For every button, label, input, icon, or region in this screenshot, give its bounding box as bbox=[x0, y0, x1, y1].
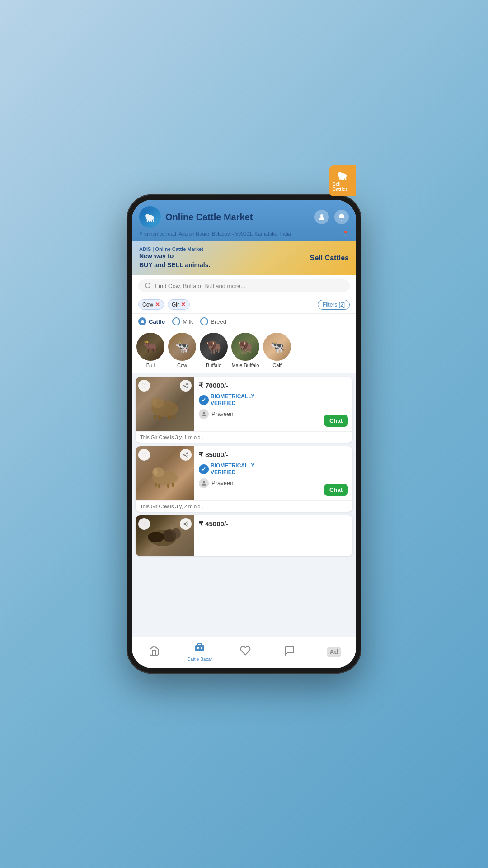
listing-card-3: ♡ ₹ 45000/- bbox=[136, 515, 352, 556]
svg-point-45 bbox=[187, 525, 188, 526]
share-button-1[interactable] bbox=[180, 380, 192, 392]
svg-rect-22 bbox=[168, 415, 171, 420]
svg-rect-47 bbox=[197, 647, 199, 649]
animal-cat-bull[interactable]: 🐂 Bull bbox=[136, 333, 164, 368]
animal-label-bull: Bull bbox=[146, 363, 155, 368]
search-bar bbox=[132, 275, 356, 297]
listings-scroll: Sell Cattles bbox=[132, 373, 356, 637]
listing-card-2: ♡ ₹ 85000/- ✓ bbox=[136, 446, 352, 512]
verified-icon-2: ✓ bbox=[199, 464, 209, 474]
chip-cow-label: Cow bbox=[142, 302, 153, 308]
nav-home[interactable] bbox=[143, 645, 165, 659]
price-3: ₹ 45000/- bbox=[199, 520, 348, 528]
svg-point-35 bbox=[187, 453, 188, 454]
animal-label-cow: Cow bbox=[177, 363, 187, 368]
app-logo[interactable] bbox=[139, 206, 161, 228]
notification-icon[interactable] bbox=[334, 210, 349, 224]
location-bar[interactable]: ∨ unnamed road, Adarsh Nagar, Belagavi -… bbox=[139, 231, 349, 236]
svg-point-43 bbox=[187, 522, 188, 523]
svg-rect-20 bbox=[154, 415, 156, 419]
chip-cow-remove[interactable]: ✕ bbox=[155, 301, 160, 308]
chip-gir-label: Gir bbox=[172, 302, 179, 308]
svg-point-38 bbox=[203, 481, 205, 483]
location-text: unnamed road, Adarsh Nagar, Belagavi - 5… bbox=[144, 231, 291, 236]
listing-info-2: ₹ 85000/- ✓ BIOMETRICALLY VERIFIED bbox=[194, 446, 352, 500]
cattle-bazar-icon bbox=[194, 642, 205, 656]
chip-gir-remove[interactable]: ✕ bbox=[181, 301, 186, 308]
verified-badge-1: ✓ BIOMETRICALLY VERIFIED bbox=[199, 393, 348, 406]
svg-rect-21 bbox=[158, 415, 161, 420]
listing-card-1: ♡ ₹ 70000/- ✓ bbox=[136, 377, 352, 443]
share-button-3[interactable] bbox=[180, 518, 192, 530]
animal-cat-male-buffalo[interactable]: 🦬 Male Buffalo bbox=[231, 333, 259, 368]
heart-button-3[interactable]: ♡ bbox=[138, 518, 150, 530]
chat-button-2[interactable]: Chat bbox=[324, 484, 348, 496]
svg-point-27 bbox=[203, 412, 205, 414]
svg-point-44 bbox=[184, 524, 185, 525]
price-1: ₹ 70000/- bbox=[199, 382, 348, 390]
animal-label-calf: Calf bbox=[272, 363, 282, 368]
heart-button-2[interactable]: ♡ bbox=[138, 449, 150, 461]
svg-rect-23 bbox=[173, 415, 175, 419]
listing-info-3: ₹ 45000/- bbox=[194, 515, 352, 556]
chevron-icon: ∨ bbox=[139, 231, 142, 236]
svg-rect-32 bbox=[158, 484, 160, 488]
user-icon[interactable] bbox=[314, 210, 329, 224]
svg-rect-48 bbox=[201, 647, 202, 649]
banner-subtitle: ADIS | Online Cattle Market bbox=[139, 246, 210, 252]
nav-favorites[interactable] bbox=[234, 645, 257, 659]
radio-cattle bbox=[138, 317, 146, 326]
seller-icon-2 bbox=[199, 478, 209, 488]
filters-button[interactable]: Filters [2] bbox=[318, 300, 350, 310]
pin-icon: 📍 bbox=[343, 231, 349, 236]
animal-label-male-buffalo: Male Buffalo bbox=[232, 363, 259, 368]
listing-image-1: ♡ bbox=[136, 377, 194, 431]
animal-img-bull: 🐂 bbox=[136, 333, 164, 361]
share-button-2[interactable] bbox=[180, 449, 192, 461]
chip-cow[interactable]: Cow ✕ bbox=[138, 299, 164, 310]
search-input[interactable] bbox=[155, 283, 343, 289]
banner: ADIS | Online Cattle Market New way to B… bbox=[132, 241, 356, 275]
animal-cat-calf[interactable]: 🐄 Calf bbox=[263, 333, 291, 368]
animal-img-cow: 🐄 bbox=[168, 333, 196, 361]
svg-rect-31 bbox=[155, 483, 157, 487]
verified-text-1: BIOMETRICALLY VERIFIED bbox=[211, 393, 255, 406]
svg-rect-4 bbox=[149, 220, 150, 222]
app-title: Online Cattle Market bbox=[165, 212, 310, 222]
nav-ad[interactable]: Ad bbox=[323, 647, 345, 657]
svg-point-30 bbox=[153, 468, 158, 475]
svg-rect-5 bbox=[151, 220, 152, 222]
verified-text-2: BIOMETRICALLY VERIFIED bbox=[211, 462, 255, 476]
category-tabs: Cattle Milk Breed bbox=[132, 314, 356, 329]
animal-label-buffalo: Buffalo bbox=[206, 363, 221, 368]
svg-rect-34 bbox=[172, 483, 174, 487]
sell-cattles-banner-button[interactable]: Sell Cattles bbox=[310, 254, 349, 262]
svg-point-36 bbox=[184, 454, 185, 456]
seller-icon-1 bbox=[199, 409, 209, 419]
animal-cat-buffalo[interactable]: 🦬 Buffalo bbox=[200, 333, 228, 368]
chip-gir[interactable]: Gir ✕ bbox=[168, 299, 190, 310]
svg-rect-6 bbox=[153, 219, 154, 222]
tab-breed-label: Breed bbox=[211, 318, 226, 325]
nav-cattle-bazar[interactable]: Cattle Bazar bbox=[187, 642, 212, 662]
seller-name-1: Praveen bbox=[211, 410, 233, 417]
tab-cattle-label: Cattle bbox=[149, 318, 165, 325]
price-2: ₹ 85000/- bbox=[199, 451, 348, 459]
search-input-wrap[interactable] bbox=[138, 279, 350, 292]
nav-messages[interactable] bbox=[278, 645, 301, 659]
tab-breed[interactable]: Breed bbox=[200, 317, 226, 326]
cow-svg-2 bbox=[145, 458, 185, 489]
svg-point-42 bbox=[172, 528, 181, 539]
verified-icon-1: ✓ bbox=[199, 395, 209, 405]
animal-img-calf: 🐄 bbox=[263, 333, 291, 361]
tab-milk-label: Milk bbox=[183, 318, 193, 325]
svg-point-24 bbox=[187, 383, 188, 385]
animal-cat-cow[interactable]: 🐄 Cow bbox=[168, 333, 196, 368]
svg-point-41 bbox=[148, 532, 164, 542]
tab-milk[interactable]: Milk bbox=[172, 317, 193, 326]
radio-milk bbox=[172, 317, 180, 326]
animal-img-male-buffalo: 🦬 bbox=[231, 333, 259, 361]
tab-cattle[interactable]: Cattle bbox=[138, 317, 165, 326]
chat-button-1[interactable]: Chat bbox=[324, 415, 348, 427]
heart-button-1[interactable]: ♡ bbox=[138, 380, 150, 392]
